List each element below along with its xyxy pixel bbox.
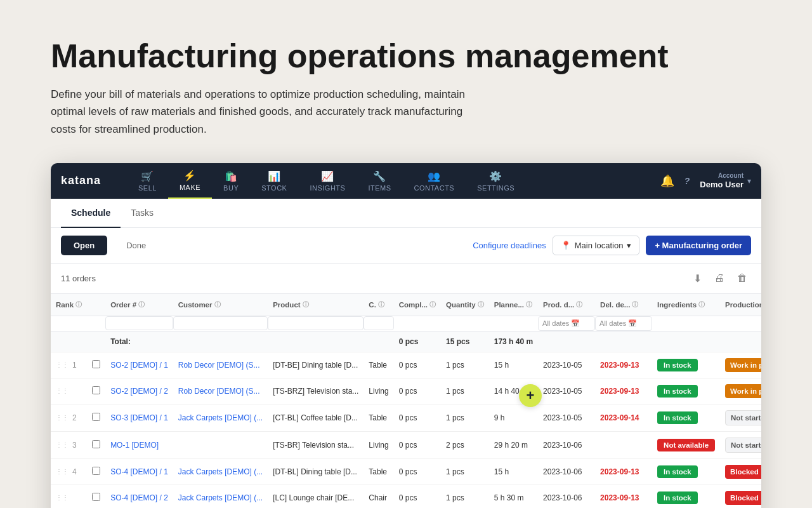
settings-icon: ⚙️ xyxy=(489,170,502,182)
del-date-cell: 2023-09-14 xyxy=(595,404,652,431)
customer-link[interactable]: Rob Decor [DEMO] (S... xyxy=(178,361,260,370)
del-date-cell: 2023-09-13 xyxy=(595,378,652,404)
order-link[interactable]: SO-2 [DEMO] / 1 xyxy=(110,361,168,370)
nav-item-sell[interactable]: 🛒 SELL xyxy=(127,163,168,199)
order-link[interactable]: SO-4 [DEMO] / 2 xyxy=(110,493,168,502)
order-link[interactable]: SO-3 [DEMO] / 1 xyxy=(110,413,168,422)
product-info-icon: ⓘ xyxy=(303,300,309,309)
nav-item-make[interactable]: ⚡ MAKE xyxy=(168,163,212,199)
order-link[interactable]: MO-1 [DEMO] xyxy=(110,441,159,450)
nav-item-contacts[interactable]: 👥 CONTACTS xyxy=(403,163,466,199)
production-status-button[interactable]: Blocked ▾ xyxy=(725,465,761,479)
customer-link[interactable]: Rob Decor [DEMO] (S... xyxy=(178,387,260,396)
drag-handle-icon[interactable]: ⋮⋮ xyxy=(56,414,69,421)
cat-info-icon: ⓘ xyxy=(378,300,384,309)
rank-cell: ⋮⋮ 2 xyxy=(56,413,82,422)
row-checkbox[interactable] xyxy=(92,413,100,421)
del-date: 2023-09-13 xyxy=(600,361,639,370)
production-status-button[interactable]: Not started ▾ xyxy=(725,410,761,425)
col-quantity: Quantity ⓘ xyxy=(441,294,489,316)
drag-handle-icon[interactable]: ⋮⋮ xyxy=(56,387,69,394)
del-date: 2023-09-14 xyxy=(600,413,639,422)
nav-item-items[interactable]: 🔧 ITEMS xyxy=(357,163,402,199)
filter-category[interactable] xyxy=(363,316,393,330)
table-row: ⋮⋮ 4 SO-4 [DEMO] / 1 Jack Carpets [DEMO]… xyxy=(51,458,761,485)
complete-cell: 0 pcs xyxy=(394,431,441,458)
download-button[interactable]: ⬇ xyxy=(690,270,705,287)
tab-tasks[interactable]: Tasks xyxy=(121,199,164,228)
production-cell[interactable]: Blocked ▾ xyxy=(720,458,761,485)
prod-date-cell: 2023-10-05 xyxy=(538,404,595,431)
customer-link[interactable]: Jack Carpets [DEMO] (... xyxy=(178,493,263,502)
bell-icon[interactable]: 🔔 xyxy=(660,174,674,188)
row-checkbox[interactable] xyxy=(92,493,100,501)
main-content: Schedule Tasks Open Done Configure deadl… xyxy=(51,199,761,508)
prod-date-cell: 2023-10-06 xyxy=(538,458,595,485)
production-cell[interactable]: Work in progress ▾ xyxy=(720,378,761,404)
ingredients-cell: In stock xyxy=(652,485,720,508)
col-del-date: Del. de... ⓘ xyxy=(595,294,652,316)
location-filter-button[interactable]: 📍 Main location ▾ xyxy=(553,236,640,255)
customer-link[interactable]: Jack Carpets [DEMO] (... xyxy=(178,413,263,422)
production-status-button[interactable]: Work in progress ▾ xyxy=(725,358,761,372)
rank-cell: ⋮⋮ xyxy=(56,494,82,501)
production-cell[interactable]: Work in progress ▾ xyxy=(720,352,761,378)
filter-customer[interactable] xyxy=(173,316,268,330)
table-header-bar: 11 orders ⬇ 🖨 🗑 xyxy=(51,264,761,294)
complete-cell: 0 pcs xyxy=(394,378,441,404)
production-status-button[interactable]: Work in progress ▾ xyxy=(725,384,761,398)
del-date: 2023-09-13 xyxy=(600,387,639,396)
tab-schedule[interactable]: Schedule xyxy=(61,199,121,228)
order-link[interactable]: SO-2 [DEMO] / 2 xyxy=(110,387,168,396)
nav-item-buy[interactable]: 🛍️ BUY xyxy=(212,163,250,199)
drag-handle-icon[interactable]: ⋮⋮ xyxy=(56,441,69,448)
ingredients-badge: In stock xyxy=(657,491,697,504)
ingredients-cell: Not available xyxy=(652,431,720,458)
col-order: Order # ⓘ xyxy=(105,294,173,316)
drag-handle-icon[interactable]: ⋮⋮ xyxy=(56,361,69,368)
make-icon: ⚡ xyxy=(183,170,197,182)
col-category: C. ⓘ xyxy=(363,294,393,316)
trash-button[interactable]: 🗑 xyxy=(733,270,751,287)
production-status-button[interactable]: Not started ▾ xyxy=(725,438,761,453)
configure-deadlines-link[interactable]: Configure deadlines xyxy=(473,241,546,250)
ingredients-badge: In stock xyxy=(657,465,697,478)
total-row: Total: 0 pcs 15 pcs 173 h 40 m xyxy=(51,331,761,352)
ingredients-badge: Not available xyxy=(657,439,715,451)
print-button[interactable]: 🖨 xyxy=(710,270,728,287)
row-checkbox[interactable] xyxy=(92,440,100,448)
nav-item-stock[interactable]: 📊 STOCK xyxy=(250,163,298,199)
production-cell[interactable]: Blocked ▾ xyxy=(720,485,761,508)
category-cell: Table xyxy=(363,352,393,378)
filter-order[interactable] xyxy=(105,316,173,330)
filter-bar: Open Done Configure deadlines 📍 Main loc… xyxy=(51,228,761,264)
nav-item-insights[interactable]: 📈 INSIGHTS xyxy=(298,163,357,199)
open-filter-button[interactable]: Open xyxy=(61,236,107,255)
help-icon[interactable]: ? xyxy=(684,176,690,186)
row-checkbox[interactable] xyxy=(92,386,100,394)
production-cell[interactable]: Not started ▾ xyxy=(720,404,761,431)
row-checkbox[interactable] xyxy=(92,467,100,475)
account-menu[interactable]: Account Demo User ▾ xyxy=(700,171,751,190)
drag-handle-icon[interactable]: ⋮⋮ xyxy=(56,494,69,501)
account-label: Account Demo User xyxy=(700,171,743,190)
total-time: 173 h 40 m xyxy=(494,337,533,346)
category-cell: Chair xyxy=(363,485,393,508)
filter-product[interactable] xyxy=(268,316,363,330)
nav-item-settings[interactable]: ⚙️ SETTINGS xyxy=(466,163,526,199)
production-cell[interactable]: Not started ▾ xyxy=(720,431,761,458)
quantity-cell: 1 pcs xyxy=(441,458,489,485)
customer-link[interactable]: Jack Carpets [DEMO] (... xyxy=(178,467,263,476)
production-status-button[interactable]: Blocked ▾ xyxy=(725,491,761,505)
add-button[interactable]: + xyxy=(519,384,542,407)
order-link[interactable]: SO-4 [DEMO] / 1 xyxy=(110,467,168,476)
table-row: ⋮⋮ 3 MO-1 [DEMO] [TS-BR] Television sta.… xyxy=(51,431,761,458)
row-checkbox[interactable] xyxy=(92,360,100,368)
drag-handle-icon[interactable]: ⋮⋮ xyxy=(56,468,69,475)
done-filter-button[interactable]: Done xyxy=(114,236,159,255)
filter-del-date[interactable]: All dates 📅 xyxy=(595,316,652,331)
total-qty15: 15 pcs xyxy=(446,337,469,346)
items-icon: 🔧 xyxy=(373,170,386,182)
filter-prod-date[interactable]: All dates 📅 xyxy=(538,316,595,331)
manufacturing-order-button[interactable]: + Manufacturing order xyxy=(646,236,751,255)
